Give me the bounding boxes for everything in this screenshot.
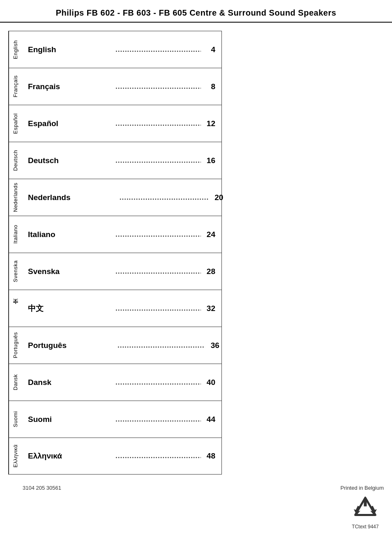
toc-entry: Español.................................… (22, 105, 221, 142)
toc-entry: Suomi...................................… (22, 401, 221, 438)
lang-tab: Italiano (9, 216, 22, 253)
toc-row: DeutschDeutsch..........................… (8, 142, 222, 179)
footer-tctext: TCtext 9447 (352, 524, 378, 530)
entry-dots: ........................................… (115, 305, 201, 312)
entry-dots: ........................................… (115, 83, 201, 90)
toc-entry: Svenska.................................… (22, 253, 221, 290)
lang-tab: Français (9, 68, 22, 105)
lang-tab: Deutsch (9, 142, 22, 179)
toc-entry: English.................................… (22, 31, 221, 68)
toc-row: NederlandsNederlands....................… (8, 179, 222, 216)
lang-tab: English (9, 31, 22, 68)
entry-dots: ........................................… (115, 46, 201, 53)
toc-entry: Ελληνικά................................… (22, 438, 221, 474)
entry-page-number: 28 (203, 267, 215, 276)
entry-page-number: 36 (207, 341, 219, 350)
toc-row: FrançaisFrançais........................… (8, 68, 222, 105)
toc-row: DanskDansk..............................… (8, 364, 222, 401)
entry-dots: ........................................… (115, 120, 201, 127)
entry-dots: ........................................… (118, 342, 205, 349)
entry-page-number: 40 (203, 378, 215, 387)
entry-page-number: 4 (203, 45, 215, 54)
entry-dots: ........................................… (115, 379, 201, 386)
entry-label: Español (28, 119, 113, 128)
entry-dots: ........................................… (115, 416, 201, 423)
toc-entry: Deutsch.................................… (22, 142, 221, 179)
entry-page-number: 20 (211, 193, 223, 202)
entry-label: 中文 (28, 303, 113, 314)
toc-row: ΕλληνικάΕλληνικά........................… (8, 438, 222, 475)
lang-tab: Suomi (9, 401, 22, 438)
entry-label: Deutsch (28, 156, 113, 165)
entry-page-number: 8 (203, 82, 215, 91)
toc-row: 中文中文....................................… (8, 290, 222, 327)
toc-row: ItalianoItaliano........................… (8, 216, 222, 253)
toc-row: SuomiSuomi..............................… (8, 401, 222, 438)
footer-printed-in: Printed in Belgium (341, 485, 384, 491)
toc-entry: 中文......................................… (22, 290, 221, 327)
entry-label: Dansk (28, 378, 113, 387)
toc-row: EnglishEnglish..........................… (8, 31, 222, 68)
entry-label: Português (28, 341, 115, 350)
entry-label: Nederlands (28, 193, 118, 202)
lang-tab: Nederlands (9, 179, 22, 216)
toc-row: PortuguêsPortuguês......................… (8, 327, 222, 364)
entry-label: Italiano (28, 230, 113, 239)
toc-entry: Dansk...................................… (22, 364, 221, 401)
entry-label: Français (28, 82, 113, 91)
lang-tab: 中文 (9, 290, 22, 327)
entry-page-number: 12 (203, 119, 215, 128)
entry-label: English (28, 45, 113, 54)
page-header: Philips FB 602 - FB 603 - FB 605 Centre … (0, 0, 392, 23)
toc-entry: Português...............................… (22, 327, 226, 364)
entry-dots: ........................................… (115, 157, 201, 164)
lang-tab: Ελληνικά (9, 438, 22, 474)
entry-dots: ........................................… (115, 452, 201, 460)
entry-dots: ........................................… (115, 268, 201, 275)
footer-catalog-number: 3104 205 30561 (23, 485, 61, 491)
entry-page-number: 32 (203, 304, 215, 313)
toc-entry: Français................................… (22, 68, 221, 105)
lang-tab: Español (9, 105, 22, 142)
page-title: Philips FB 602 - FB 603 - FB 605 Centre … (4, 8, 388, 18)
entry-page-number: 16 (203, 156, 215, 165)
lang-tab: Português (9, 327, 22, 364)
toc-entry: Nederlands..............................… (22, 179, 229, 216)
entry-label: Suomi (28, 415, 113, 424)
entry-dots: ........................................… (115, 231, 201, 238)
toc-row: EspañolEspañol..........................… (8, 105, 222, 142)
lang-tab: Dansk (9, 364, 22, 401)
toc-table: EnglishEnglish..........................… (8, 31, 222, 475)
lang-tab: Svenska (9, 253, 22, 290)
entry-label: Ελληνικά (28, 452, 113, 461)
entry-label: Svenska (28, 267, 113, 276)
entry-page-number: 24 (203, 230, 215, 239)
toc-row: SvenskaSvenska..........................… (8, 253, 222, 290)
entry-dots: ........................................… (120, 194, 209, 201)
footer-right: TCtext 9447 (351, 493, 380, 530)
entry-page-number: 48 (203, 452, 215, 461)
recycle-icon (351, 493, 380, 522)
entry-page-number: 44 (203, 415, 215, 424)
toc-entry: Italiano................................… (22, 216, 221, 253)
